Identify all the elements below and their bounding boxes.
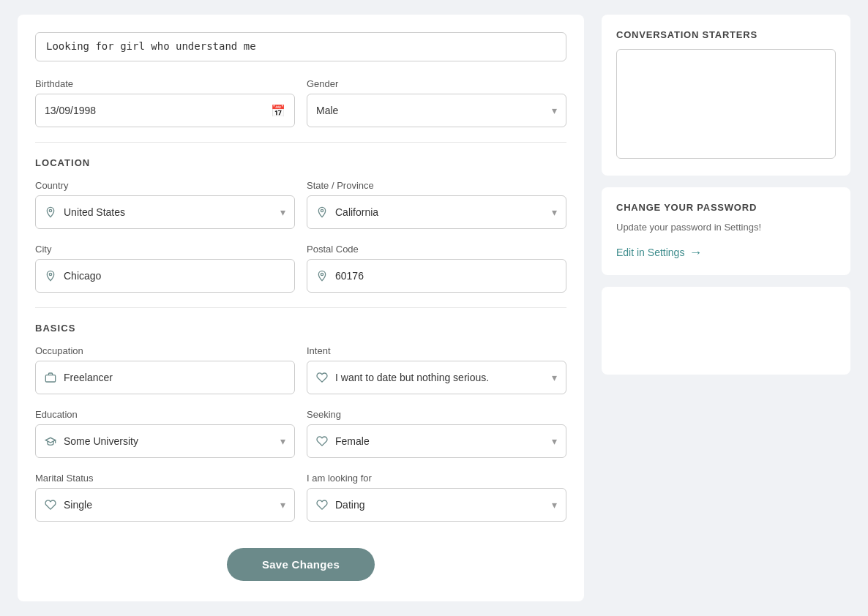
country-select-wrapper[interactable]: United States Canada UK ▾ [35,195,295,229]
education-grad-icon [45,435,56,447]
country-group: Country United States Canada UK ▾ [35,180,295,229]
city-pin-icon [45,270,56,282]
edit-settings-link[interactable]: Edit in Settings → [616,245,836,260]
conversation-starters-input[interactable] [616,49,836,159]
city-input-wrapper [35,259,295,293]
svg-point-1 [321,209,323,211]
save-button-container: Save Changes [35,536,566,584]
marital-group: Marital Status Single Divorced Widowed ▾ [35,473,295,522]
looking-for-chevron-icon: ▾ [552,499,557,511]
occupation-briefcase-icon [45,372,56,383]
occupation-label: Occupation [35,345,295,356]
svg-point-0 [49,209,51,211]
calendar-icon[interactable]: 📅 [271,104,285,118]
marital-label: Marital Status [35,473,295,484]
state-group: State / Province California Texas New Yo… [307,180,566,229]
city-input[interactable] [64,270,285,282]
occupation-input[interactable] [64,372,285,383]
occupation-group: Occupation [35,345,295,394]
gender-group: Gender Male Female Other ▾ [307,78,566,127]
education-label: Education [35,409,295,420]
gender-select[interactable]: Male Female Other [316,105,552,116]
edit-settings-label: Edit in Settings [616,247,684,258]
change-password-card: CHANGE YOUR PASSWORD Update your passwor… [602,187,850,275]
looking-for-select-wrapper[interactable]: Dating Friendship Long-term relationship… [307,488,566,522]
education-group: Education Some University High School Co… [35,409,295,458]
page-wrapper: Birthdate 📅 Gender Male Female Other ▾ [0,0,868,616]
birthdate-label: Birthdate [35,78,295,89]
looking-for-label: I am looking for [307,473,566,484]
intent-select[interactable]: I want to date but nothing serious. Look… [335,372,552,383]
country-label: Country [35,180,295,191]
marital-heart-icon [45,499,56,511]
marital-select-wrapper[interactable]: Single Divorced Widowed ▾ [35,488,295,522]
intent-label: Intent [307,345,566,356]
marital-looking-row: Marital Status Single Divorced Widowed ▾… [35,473,566,522]
city-group: City [35,244,295,293]
svg-rect-4 [45,375,55,382]
divider-location [35,142,566,143]
intent-chevron-icon: ▾ [552,372,557,383]
basics-section-header: BASICS [35,323,566,334]
occupation-intent-row: Occupation Intent I w [35,345,566,394]
seeking-heart-icon [316,435,328,447]
education-select-wrapper[interactable]: Some University High School College Grad… [35,424,295,458]
location-section-header: LOCATION [35,157,566,168]
birthdate-gender-row: Birthdate 📅 Gender Male Female Other ▾ [35,78,566,127]
postal-input-wrapper [307,259,566,293]
main-content: Birthdate 📅 Gender Male Female Other ▾ [18,15,584,601]
birthdate-input[interactable] [45,105,271,116]
country-state-row: Country United States Canada UK ▾ State … [35,180,566,229]
intent-heart-icon [316,372,328,383]
state-select[interactable]: California Texas New York Illinois [335,206,552,218]
education-seeking-row: Education Some University High School Co… [35,409,566,458]
country-select[interactable]: United States Canada UK [64,206,280,218]
marital-select[interactable]: Single Divorced Widowed [64,499,280,511]
occupation-input-wrapper [35,361,295,394]
state-chevron-icon: ▾ [552,206,557,218]
country-chevron-icon: ▾ [280,206,285,218]
empty-sidebar-card [602,287,850,375]
gender-chevron-icon: ▾ [552,105,557,116]
svg-point-2 [49,273,51,275]
birthdate-input-wrapper: 📅 [35,94,295,127]
postal-group: Postal Code [307,244,566,293]
svg-point-3 [321,273,323,275]
sidebar: CONVERSATION STARTERS CHANGE YOUR PASSWO… [602,15,850,601]
postal-pin-icon [316,270,328,282]
gender-select-wrapper[interactable]: Male Female Other ▾ [307,94,566,127]
education-chevron-icon: ▾ [280,435,285,447]
state-label: State / Province [307,180,566,191]
intent-group: Intent I want to date but nothing seriou… [307,345,566,394]
birthdate-group: Birthdate 📅 [35,78,295,127]
seeking-label: Seeking [307,409,566,420]
bio-input[interactable] [35,32,566,61]
looking-for-select[interactable]: Dating Friendship Long-term relationship [335,499,552,511]
seeking-group: Seeking Female Male Both ▾ [307,409,566,458]
postal-input[interactable] [335,270,557,282]
seeking-chevron-icon: ▾ [552,435,557,447]
conversation-starters-card: CONVERSATION STARTERS [602,15,850,176]
marital-chevron-icon: ▾ [280,499,285,511]
state-select-wrapper[interactable]: California Texas New York Illinois ▾ [307,195,566,229]
looking-heart-icon [316,499,328,511]
gender-label: Gender [307,78,566,89]
change-password-description: Update your password in Settings! [616,220,836,235]
city-postal-row: City Postal Code [35,244,566,293]
seeking-select[interactable]: Female Male Both [335,435,552,447]
divider-basics [35,307,566,308]
change-password-title: CHANGE YOUR PASSWORD [616,202,836,213]
conversation-starters-title: CONVERSATION STARTERS [616,29,836,40]
state-pin-icon [316,206,328,218]
edit-settings-arrow-icon: → [689,245,702,260]
intent-select-wrapper[interactable]: I want to date but nothing serious. Look… [307,361,566,394]
save-button[interactable]: Save Changes [227,548,375,581]
postal-label: Postal Code [307,244,566,255]
looking-for-group: I am looking for Dating Friendship Long-… [307,473,566,522]
education-select[interactable]: Some University High School College Grad… [64,435,280,447]
seeking-select-wrapper[interactable]: Female Male Both ▾ [307,424,566,458]
city-label: City [35,244,295,255]
country-pin-icon [45,206,56,218]
